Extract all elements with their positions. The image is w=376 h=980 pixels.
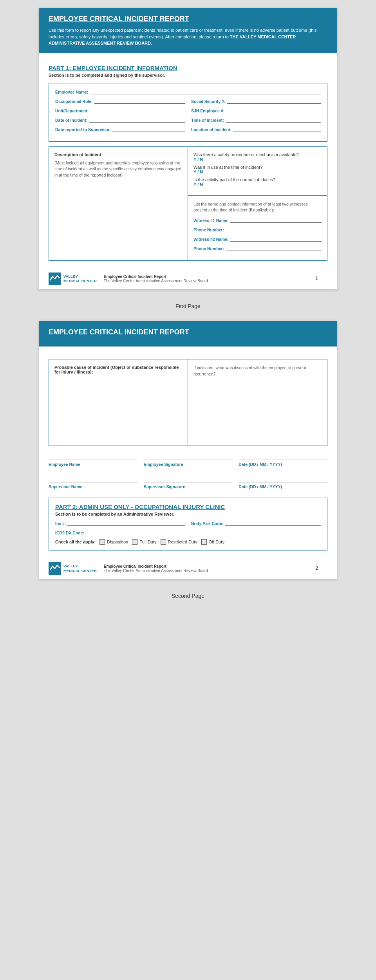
location-input[interactable] xyxy=(233,126,321,132)
checkbox-off-duty-label: Off Duty xyxy=(209,540,224,544)
employee-name-input[interactable] xyxy=(90,89,321,94)
date1-line[interactable] xyxy=(239,453,327,460)
witness-panel: List the name and contact information of… xyxy=(188,196,327,261)
checkbox-full-duty-label: Full Duty xyxy=(139,540,156,544)
body-part-label: Body Part Code: xyxy=(191,521,223,526)
checkbox-off-duty-box[interactable] xyxy=(201,539,207,545)
supervisor-sig-label: Supervisor Signature xyxy=(144,484,233,489)
occ-role-label: Occupational Role: xyxy=(55,99,93,104)
w1-phone-label: Phone Number: xyxy=(193,227,224,232)
probable-cause-panel: Probable cause of incident (Object or su… xyxy=(49,359,188,446)
employee-name-sig-line[interactable] xyxy=(49,453,137,460)
sig-row-1: Employee Name Employee Signature Date (D… xyxy=(49,453,327,468)
q1-text: Was there a safety procedure or mechanis… xyxy=(193,152,322,162)
occ-ss-row: Occupational Role: Social Security #: xyxy=(55,98,321,104)
w2-phone-input[interactable] xyxy=(226,245,322,251)
q2-text: Was it in use at the time of incident? Y… xyxy=(193,165,322,174)
footer-logo-2: VALLEY MEDICAL CENTER xyxy=(49,562,97,575)
w2-name-input[interactable] xyxy=(230,236,322,242)
inc-label: Inc #: xyxy=(55,521,66,526)
time-label: Time of Incident: xyxy=(191,118,224,123)
date-reported-input[interactable] xyxy=(112,126,185,132)
supervisor-sig-field: Supervisor Signature xyxy=(144,475,233,489)
checkbox-restricted-duty-label: Restricted Duty xyxy=(168,540,197,544)
first-page-content: PART 1: EMPLOYEE INCIDENT INFORMATION Se… xyxy=(39,53,337,289)
supervisor-name-field: Supervisor Name xyxy=(49,475,137,489)
description-panel: Description of Incident (Must include al… xyxy=(49,147,188,261)
inc-input[interactable] xyxy=(67,520,185,526)
unit-sjh-row: Unit/Department: SJH Employee #: xyxy=(55,108,321,113)
page-number-1: 1 xyxy=(315,276,318,281)
w1-phone-row: Phone Number: xyxy=(193,227,322,232)
second-page-title: EMPLOYEE CRITICAL INCIDENT REPORT xyxy=(49,328,327,336)
footer-doc-subtitle-2: The Valley Center Administrative Assessm… xyxy=(104,569,208,573)
first-page-label: First Page xyxy=(175,303,201,309)
second-page: EMPLOYEE CRITICAL INCIDENT REPORT Probab… xyxy=(39,321,337,579)
w2-phone-row: Phone Number: xyxy=(193,245,322,251)
desc-body: (Must include all equipment and material… xyxy=(54,160,182,179)
date-input[interactable] xyxy=(89,117,185,123)
footer-doc-title-2: Employee Critical Incident Report xyxy=(104,564,208,569)
employee-name-label: Employee Name: xyxy=(55,90,89,94)
date2-line[interactable] xyxy=(239,475,327,482)
footer-logo: VALLEY MEDICAL CENTER xyxy=(49,273,97,285)
checkbox-restricted-duty[interactable]: Restricted Duty xyxy=(161,539,197,545)
first-page: EMPLOYEE CRITICAL INCIDENT REPORT Use th… xyxy=(39,8,337,289)
unit-input[interactable] xyxy=(90,108,185,113)
fields-box: Employee Name: Occupational Role: Social… xyxy=(49,83,327,142)
second-page-footer: VALLEY MEDICAL CENTER Employee Critical … xyxy=(49,562,327,575)
w1-phone-input[interactable] xyxy=(226,227,322,232)
checkbox-restricted-duty-box[interactable] xyxy=(161,539,166,545)
checkbox-off-duty[interactable]: Off Duty xyxy=(201,539,224,545)
check-all-label: Check all the apply: xyxy=(55,540,96,544)
footer-doc-info-2: Employee Critical Incident Report The Va… xyxy=(104,564,208,573)
first-page-description: Use this form to report any unexpected p… xyxy=(49,27,327,47)
safety-panel: Was there a safety procedure or mechanis… xyxy=(188,147,327,196)
logo-text: VALLEY MEDICAL CENTER xyxy=(63,274,97,284)
supervisor-sig-line[interactable] xyxy=(144,475,233,482)
logo-icon xyxy=(49,273,61,285)
inc-body-row: Inc #: Body Part Code: xyxy=(55,520,321,526)
right-panels: Was there a safety procedure or mechanis… xyxy=(188,147,327,261)
description-panel-container: Description of Incident (Must include al… xyxy=(49,146,327,261)
date1-label: Date (DD / MM / YYYY) xyxy=(239,462,327,467)
icd9-label: ICD9 DX Code: xyxy=(55,531,84,535)
probable-cause-title: Probable cause of incident (Object or su… xyxy=(54,365,182,374)
prevent-recurrence-text: If indicated, what was discussed with th… xyxy=(193,365,322,377)
icd9-input[interactable] xyxy=(86,530,188,535)
sjh-input[interactable] xyxy=(226,108,321,113)
reported-location-row: Date reported to Supervisor: Location of… xyxy=(55,126,321,132)
date-label: Date of Incident: xyxy=(55,118,87,123)
checkbox-disposition-label: Disposition xyxy=(107,540,128,544)
date2-label: Date (DD / MM / YYYY) xyxy=(239,484,327,489)
second-page-label: Second Page xyxy=(172,593,204,599)
location-label: Location of Incident: xyxy=(191,127,231,132)
w2-name-label: Witness #2 Name: xyxy=(193,237,229,242)
checkbox-full-duty-box[interactable] xyxy=(132,539,137,545)
supervisor-name-line[interactable] xyxy=(49,475,137,482)
employee-name-sig-field: Employee Name xyxy=(49,453,137,467)
supervisor-name-label: Supervisor Name xyxy=(49,484,137,489)
ss-input[interactable] xyxy=(227,98,321,104)
probable-cause-container: Probable cause of incident (Object or su… xyxy=(49,359,327,446)
w1-name-row: Witness #1 Name: xyxy=(193,217,322,223)
w2-phone-label: Phone Number: xyxy=(193,246,224,251)
body-part-input[interactable] xyxy=(225,520,321,526)
employee-sig-line[interactable] xyxy=(144,453,233,460)
w1-name-input[interactable] xyxy=(230,217,322,223)
sig-row-2: Supervisor Name Supervisor Signature Dat… xyxy=(49,475,327,491)
time-input[interactable] xyxy=(226,117,321,123)
checkbox-disposition-box[interactable] xyxy=(99,539,105,545)
checkbox-full-duty[interactable]: Full Duty xyxy=(132,539,156,545)
logo-text-2: VALLEY MEDICAL CENTER xyxy=(63,564,97,574)
first-page-footer: VALLEY MEDICAL CENTER Employee Critical … xyxy=(49,273,327,285)
page-number-2: 2 xyxy=(315,565,318,571)
part1-subtitle: Section is to be completed and signed by… xyxy=(49,73,327,78)
employee-sig-field: Employee Signature xyxy=(144,453,233,467)
logo-icon-2 xyxy=(49,562,61,575)
w2-name-row: Witness #2 Name: xyxy=(193,236,322,242)
w1-name-label: Witness #1 Name: xyxy=(193,218,229,223)
checkbox-disposition[interactable]: Disposition xyxy=(99,539,128,545)
signature-section: Employee Name Employee Signature Date (D… xyxy=(49,453,327,491)
occ-role-input[interactable] xyxy=(94,98,185,104)
